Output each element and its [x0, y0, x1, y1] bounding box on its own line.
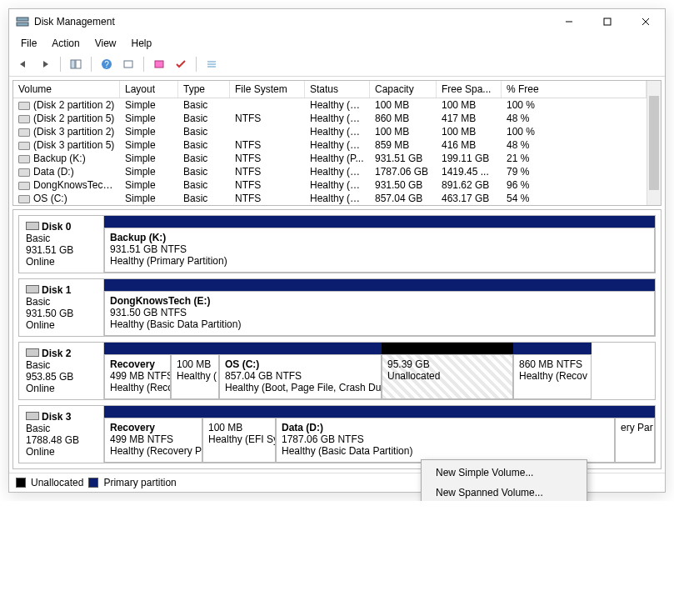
- column-headers: Volume Layout Type File System Status Ca…: [13, 81, 647, 98]
- titlebar: Disk Management: [9, 9, 665, 34]
- volume-icon: [18, 102, 30, 110]
- close-button[interactable]: [627, 9, 665, 34]
- disk-info[interactable]: Disk 0Basic931.51 GBOnline: [19, 216, 104, 273]
- menubar: File Action View Help: [9, 34, 665, 53]
- menu-view[interactable]: View: [88, 36, 123, 51]
- disk-row: Disk 2Basic953.85 GBOnlineRecovery499 MB…: [18, 342, 656, 400]
- menu-file[interactable]: File: [14, 36, 43, 51]
- col-volume[interactable]: Volume: [13, 81, 120, 98]
- legend-unallocated: Unallocated: [31, 477, 83, 488]
- maximize-button[interactable]: [588, 9, 627, 34]
- volume-row[interactable]: (Disk 2 partition 5)SimpleBasicNTFSHealt…: [13, 112, 647, 125]
- svg-rect-3: [604, 18, 611, 25]
- volume-icon: [18, 142, 30, 150]
- disk-row: Disk 0Basic931.51 GBOnlineBackup (K:)931…: [18, 215, 656, 273]
- disk-info[interactable]: Disk 2Basic953.85 GBOnline: [19, 343, 104, 399]
- minimize-button[interactable]: [550, 9, 588, 34]
- legend-primary: Primary partition: [103, 477, 176, 488]
- col-free[interactable]: Free Spa...: [437, 81, 502, 98]
- disk-management-window: Disk Management File Action View Help ? …: [8, 8, 666, 493]
- partition[interactable]: Data (D:)1787.06 GB NTFSHealthy (Basic D…: [276, 418, 615, 463]
- volume-icon: [18, 128, 30, 137]
- partition[interactable]: DongKnowsTech (E:)931.50 GB NTFSHealthy …: [104, 291, 655, 336]
- show-hide-button[interactable]: [67, 55, 85, 73]
- svg-rect-7: [76, 60, 81, 68]
- partition[interactable]: Backup (K:)931.51 GB NTFSHealthy (Primar…: [104, 228, 655, 273]
- window-title: Disk Management: [34, 16, 550, 28]
- menu-action[interactable]: Action: [45, 36, 86, 51]
- app-icon: [16, 15, 29, 28]
- svg-rect-11: [155, 61, 163, 68]
- disk-map: Disk 0Basic931.51 GBOnlineBackup (K:)931…: [12, 209, 662, 469]
- forward-button[interactable]: [36, 55, 54, 73]
- help-button[interactable]: ?: [97, 55, 116, 73]
- partition[interactable]: 100 MBHealthy (: [171, 354, 219, 399]
- disk-info[interactable]: Disk 1Basic931.50 GBOnline: [19, 279, 104, 336]
- volume-row[interactable]: DongKnowsTech (...SimpleBasicNTFSHealthy…: [13, 178, 647, 192]
- context-menu: New Simple Volume... New Spanned Volume.…: [421, 459, 587, 501]
- col-capacity[interactable]: Capacity: [370, 81, 437, 98]
- svg-rect-10: [124, 61, 132, 68]
- partition-unallocated[interactable]: 95.39 GBUnallocated: [382, 354, 513, 399]
- menu-help[interactable]: Help: [125, 36, 159, 51]
- partition[interactable]: ery Par: [615, 418, 655, 463]
- ctx-new-spanned[interactable]: New Spanned Volume...: [424, 483, 584, 501]
- disk-icon: [26, 412, 39, 420]
- svg-text:?: ?: [104, 60, 109, 69]
- disk-row: Disk 1Basic931.50 GBOnlineDongKnowsTech …: [18, 278, 656, 337]
- col-pct[interactable]: % Free: [502, 81, 647, 98]
- volume-row[interactable]: (Disk 2 partition 2)SimpleBasicHealthy (…: [13, 98, 647, 112]
- volume-row[interactable]: Data (D:)SimpleBasicNTFSHealthy (B...178…: [13, 165, 647, 178]
- partition[interactable]: 860 MB NTFSHealthy (Recov: [513, 354, 592, 399]
- svg-rect-6: [71, 60, 75, 68]
- scrollbar[interactable]: [647, 81, 661, 205]
- col-status[interactable]: Status: [305, 81, 370, 98]
- volume-icon: [18, 182, 30, 190]
- volume-row[interactable]: Backup (K:)SimpleBasicNTFSHealthy (P...9…: [13, 152, 647, 165]
- volume-row[interactable]: (Disk 3 partition 5)SimpleBasicNTFSHealt…: [13, 138, 647, 152]
- disk-icon: [26, 222, 39, 230]
- volume-row[interactable]: (Disk 3 partition 2)SimpleBasicHealthy (…: [13, 125, 647, 138]
- volume-row[interactable]: OS (C:)SimpleBasicNTFSHealthy (B...857.0…: [13, 192, 647, 205]
- partition[interactable]: OS (C:)857.04 GB NTFSHealthy (Boot, Page…: [219, 354, 382, 399]
- refresh-button[interactable]: [119, 55, 137, 73]
- check-button[interactable]: [172, 55, 190, 73]
- volume-icon: [18, 168, 30, 177]
- ctx-new-simple[interactable]: New Simple Volume...: [424, 463, 584, 483]
- volume-list: Volume Layout Type File System Status Ca…: [12, 80, 662, 206]
- disk-row: Disk 3Basic1788.48 GBOnlineRecovery499 M…: [18, 405, 656, 463]
- volume-icon: [18, 115, 30, 123]
- disk-info[interactable]: Disk 3Basic1788.48 GBOnline: [19, 406, 104, 463]
- legend-swatch-unallocated: [16, 478, 26, 488]
- disk-icon: [26, 348, 39, 357]
- disk-icon: [26, 285, 39, 293]
- svg-rect-1: [17, 23, 28, 26]
- settings-button[interactable]: [150, 55, 168, 73]
- list-button[interactable]: [202, 55, 221, 73]
- volume-icon: [18, 155, 30, 163]
- col-layout[interactable]: Layout: [120, 81, 178, 98]
- col-type[interactable]: Type: [178, 81, 230, 98]
- back-button[interactable]: [14, 55, 32, 73]
- partition[interactable]: Recovery499 MB NTFSHealthy (Recovery P: [104, 418, 202, 463]
- svg-rect-0: [17, 18, 28, 21]
- legend-swatch-primary: [88, 478, 98, 488]
- partition[interactable]: Recovery499 MB NTFSHealthy (Reco: [104, 354, 171, 399]
- volume-icon: [18, 195, 30, 203]
- toolbar: ?: [9, 53, 665, 77]
- col-fs[interactable]: File System: [230, 81, 305, 98]
- partition[interactable]: 100 MBHealthy (EFI Sy: [202, 418, 276, 463]
